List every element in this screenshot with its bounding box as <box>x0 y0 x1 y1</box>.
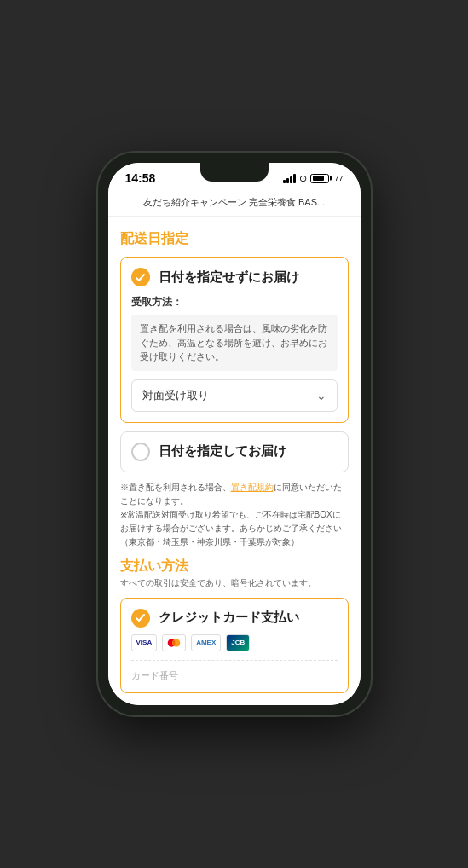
card-logos: VISA AMEX JCB <box>131 634 338 651</box>
payment-card[interactable]: クレジットカード支払い VISA AMEX JCB カード番 <box>120 598 349 693</box>
mastercard-logo <box>162 634 186 651</box>
payment-option-row: クレジットカード支払い <box>131 609 338 628</box>
delivery-method-value: 対面受け取り <box>142 388 209 403</box>
nav-bar: 友だち紹介キャンペーン 完全栄養食 BAS... <box>108 188 361 217</box>
visa-logo: VISA <box>131 634 158 651</box>
phone-frame: 14:58 ⊙ 77 友だち紹介キャンペーン 完全栄養食 BAS... <box>98 153 371 715</box>
payment-subtitle: すべての取引は安全であり、暗号化されています。 <box>120 577 349 589</box>
delivery-option-2-card[interactable]: 日付を指定してお届け <box>120 431 349 472</box>
payment-check <box>131 609 150 628</box>
delivery-option-2-radio <box>131 443 150 461</box>
notch <box>200 163 269 182</box>
delivery-option-2-label: 日付を指定してお届け <box>159 443 286 460</box>
delivery-option-1-check <box>131 268 150 286</box>
note1-link[interactable]: 置き配規約 <box>231 483 274 492</box>
delivery-option-2-row: 日付を指定してお届け <box>131 443 338 461</box>
battery-level: 77 <box>334 174 343 182</box>
signal-icon <box>283 173 296 183</box>
delivery-info-box: 置き配を利用される場合は、風味の劣化を防ぐため、高温となる場所を避け、お早めにお… <box>131 315 338 371</box>
amex-logo: AMEX <box>191 634 221 651</box>
delivery-notes: ※置き配を利用される場合、置き配規約に同意いただいたことになります。 ※常温配送… <box>120 481 349 549</box>
note1-prefix: ※置き配を利用される場合、 <box>120 483 231 492</box>
receive-method-label: 受取方法： <box>131 295 338 310</box>
delivery-option-1-card[interactable]: 日付を指定せずにお届け 受取方法： 置き配を利用される場合は、風味の劣化を防ぐた… <box>120 257 349 423</box>
battery-icon <box>310 174 329 183</box>
payment-section-title: 支払い方法 <box>120 558 349 576</box>
card-number-label: カード番号 <box>131 669 338 682</box>
main-content: 配送日指定 日付を指定せずにお届け 受取方法： 置き配を利用される場合は、風味の… <box>108 217 361 705</box>
wifi-icon: ⊙ <box>299 173 307 184</box>
status-time: 14:58 <box>125 171 156 185</box>
delivery-section-title: 配送日指定 <box>120 230 349 248</box>
jcb-logo: JCB <box>226 634 250 651</box>
phone-screen: 14:58 ⊙ 77 友だち紹介キャンペーン 完全栄養食 BAS... <box>108 163 361 705</box>
delivery-method-select[interactable]: 対面受け取り ⌄ <box>131 379 338 412</box>
dashed-divider <box>131 660 338 661</box>
delivery-option-1-label: 日付を指定せずにお届け <box>159 269 299 286</box>
delivery-option-1-row: 日付を指定せずにお届け <box>131 268 338 286</box>
nav-title: 友だち紹介キャンペーン 完全栄養食 BAS... <box>143 197 325 207</box>
note2: ※常温配送対面受け取り希望でも、ご不在時は宅配BOXにお届けする場合がございます… <box>120 510 342 547</box>
chevron-down-icon: ⌄ <box>316 389 326 402</box>
status-icons: ⊙ 77 <box>283 173 343 184</box>
payment-option-label: クレジットカード支払い <box>159 610 299 626</box>
